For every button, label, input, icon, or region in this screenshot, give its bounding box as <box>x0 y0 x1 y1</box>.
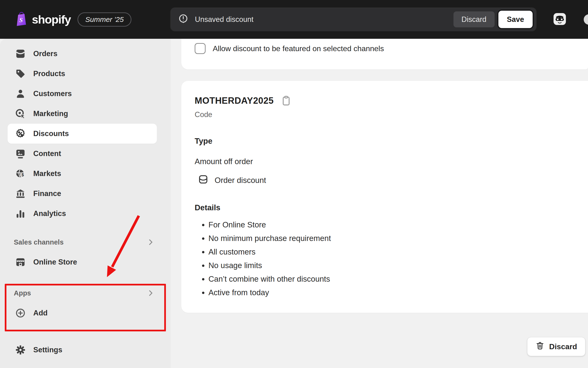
code-caption: Code <box>195 110 588 119</box>
trash-icon <box>535 341 544 352</box>
type-value: Amount off order <box>195 157 588 166</box>
discard-discount-label: Discard <box>549 342 577 351</box>
chevron-right-icon[interactable] <box>146 289 155 297</box>
sidebar-item-label: Analytics <box>33 209 66 218</box>
sidebar-item-add-app[interactable]: Add <box>8 303 157 323</box>
discard-discount-button[interactable]: Discard <box>527 337 585 356</box>
featured-checkbox-label: Allow discount to be featured on selecte… <box>213 44 384 53</box>
featured-channels-card: Allow discount to be featured on selecte… <box>181 39 588 69</box>
sales-channels-label: Sales channels <box>14 238 64 246</box>
marketing-icon <box>15 108 26 120</box>
sidebar-header-sales-channels[interactable]: Sales channels <box>8 232 157 252</box>
shopify-logo[interactable]: S shopify <box>15 12 71 27</box>
sidebar-item-label: Orders <box>33 49 58 58</box>
sidebar-item-online-store[interactable]: Online Store <box>8 252 157 272</box>
sidebar-item-label: Products <box>33 69 65 78</box>
sidebar-item-label: Marketing <box>33 110 68 118</box>
content-icon <box>15 148 26 159</box>
sidebar-item-customers[interactable]: Customers <box>8 84 157 104</box>
chevron-right-icon[interactable] <box>146 238 155 247</box>
partial-edge-icon[interactable] <box>584 14 588 25</box>
sidebar-item-analytics[interactable]: Analytics <box>8 204 157 224</box>
customers-icon <box>15 88 26 100</box>
products-icon <box>15 68 26 79</box>
sidebar-item-label: Finance <box>33 189 61 198</box>
sidebar-item-discounts[interactable]: Discounts <box>8 124 157 144</box>
analytics-icon <box>15 208 26 219</box>
details-item: Can’t combine with other discounts <box>208 275 588 284</box>
shopify-wordmark: shopify <box>32 13 71 26</box>
alert-icon <box>178 13 189 26</box>
type-method: Order discount <box>215 176 266 185</box>
plus-circle-icon <box>15 307 26 319</box>
sidebar-item-label: Online Store <box>33 258 77 267</box>
sidebar-item-finance[interactable]: Finance <box>8 184 157 204</box>
details-item: Active from today <box>208 288 588 297</box>
sidebar-item-markets[interactable]: $ Markets <box>8 164 157 184</box>
sidebar-item-settings[interactable]: Settings <box>8 340 157 360</box>
markets-icon: $ <box>15 168 26 179</box>
sidebar-item-label: Add <box>33 309 47 317</box>
copy-icon[interactable] <box>281 95 292 107</box>
unsaved-status-bar: Unsaved discount Discard Save <box>171 8 536 31</box>
sidebar-item-products[interactable]: Products <box>8 64 157 84</box>
featured-checkbox[interactable] <box>195 43 205 54</box>
sidebar: Orders Products Customers Marketing Disc <box>0 39 171 368</box>
sidebar-item-label: Discounts <box>33 129 69 138</box>
topbar-actions: Discard Save <box>454 11 533 28</box>
type-heading: Type <box>195 137 588 146</box>
save-button[interactable]: Save <box>499 11 533 28</box>
svg-text:S: S <box>19 16 23 23</box>
sidebar-item-marketing[interactable]: Marketing <box>8 104 157 124</box>
discard-button[interactable]: Discard <box>454 11 495 27</box>
discounts-icon <box>15 128 26 139</box>
details-heading: Details <box>195 203 588 212</box>
gear-icon <box>15 344 26 356</box>
sidebar-item-label: Content <box>33 149 61 158</box>
finance-icon <box>15 188 26 199</box>
discount-summary-card: MOTHERDAY2025 Code Type Amount off order… <box>181 81 588 313</box>
online-store-icon <box>15 257 26 268</box>
sidebar-item-content[interactable]: Content <box>8 144 157 164</box>
sidebar-item-orders[interactable]: Orders <box>8 44 157 64</box>
details-item: No usage limits <box>208 261 588 270</box>
orders-icon <box>15 48 26 59</box>
sidebar-item-label: Markets <box>33 169 61 178</box>
details-list: For Online Store No minimum purchase req… <box>195 220 588 297</box>
sidekick-avatar-icon[interactable] <box>553 12 567 26</box>
edition-badge: Summer ’25 <box>78 12 132 27</box>
details-item: All customers <box>208 247 588 257</box>
discount-code: MOTHERDAY2025 <box>195 96 274 106</box>
order-discount-icon <box>198 174 208 186</box>
app-sheet: Orders Products Customers Marketing Disc <box>0 39 588 368</box>
details-item: No minimum purchase requirement <box>208 234 588 243</box>
sidebar-item-label: Settings <box>33 346 62 354</box>
sidebar-item-label: Customers <box>33 89 72 98</box>
sidebar-header-apps[interactable]: Apps <box>8 283 157 303</box>
svg-text:$: $ <box>21 173 24 177</box>
topbar: S shopify Summer ’25 Unsaved discount Di… <box>0 0 588 39</box>
details-item: For Online Store <box>208 220 588 229</box>
shopify-bag-icon: S <box>15 12 28 27</box>
apps-label: Apps <box>14 289 31 297</box>
status-text: Unsaved discount <box>195 15 253 24</box>
